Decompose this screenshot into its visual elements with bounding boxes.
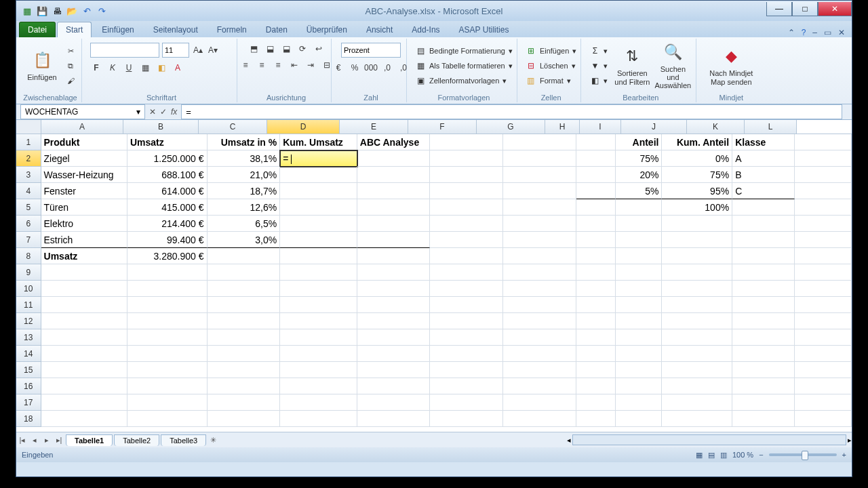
cell[interactable] (732, 232, 795, 248)
cell[interactable]: C (732, 183, 795, 199)
cell[interactable] (576, 346, 616, 362)
cell[interactable] (732, 216, 795, 232)
cell[interactable] (616, 313, 662, 329)
cell[interactable]: Türen (41, 199, 127, 216)
view-normal-icon[interactable]: ▦ (696, 451, 703, 460)
row-header[interactable]: 1 (16, 134, 41, 150)
active-cell[interactable]: = (280, 150, 357, 167)
new-sheet-icon[interactable]: ✳ (207, 436, 219, 445)
cell[interactable] (430, 297, 503, 313)
cell[interactable] (503, 297, 576, 313)
cell[interactable] (280, 167, 357, 183)
grow-font-icon[interactable]: A▴ (192, 44, 204, 56)
cell[interactable] (280, 232, 357, 248)
format-painter-icon[interactable]: 🖌 (64, 75, 77, 87)
cell[interactable] (503, 264, 576, 281)
cell[interactable] (127, 346, 208, 362)
find-select-button[interactable]: 🔍 Suchen und Auswählen (654, 42, 692, 89)
cell[interactable] (430, 150, 503, 167)
cell[interactable] (795, 167, 852, 183)
cell[interactable] (280, 248, 357, 264)
cell[interactable] (127, 329, 208, 346)
cell[interactable] (662, 281, 732, 297)
cell[interactable] (127, 281, 208, 297)
name-box[interactable]: WOCHENTAG▾ (20, 104, 145, 119)
sheet-tab-1[interactable]: Tabelle1 (66, 434, 113, 446)
cell[interactable] (795, 264, 852, 281)
align-middle-icon[interactable]: ⬓ (264, 43, 276, 55)
cell[interactable] (662, 411, 732, 427)
tab-formulas[interactable]: Formeln (208, 22, 256, 37)
cancel-formula-icon[interactable]: ✕ (149, 107, 156, 117)
cell[interactable] (430, 394, 503, 411)
cell[interactable] (357, 394, 431, 411)
cell[interactable] (576, 248, 616, 264)
cell[interactable]: ABC Analyse (357, 134, 431, 150)
sort-filter-button[interactable]: ⇅ Sortieren und Filtern (613, 42, 651, 89)
tab-start[interactable]: Start (57, 22, 92, 37)
cell[interactable]: 99.400 € (127, 232, 208, 248)
sheet-nav-first-icon[interactable]: |◂ (16, 436, 28, 445)
indent-dec-icon[interactable]: ⇤ (288, 59, 300, 71)
cell[interactable] (576, 264, 616, 281)
underline-button[interactable]: U (123, 62, 135, 74)
row-header[interactable]: 15 (16, 362, 41, 378)
cell[interactable] (280, 183, 357, 199)
cell[interactable] (503, 216, 576, 232)
cell[interactable] (576, 134, 616, 150)
sheet-nav-next-icon[interactable]: ▸ (41, 436, 53, 445)
cell[interactable] (208, 329, 281, 346)
copy-icon[interactable]: ⧉ (64, 60, 77, 72)
cell[interactable] (430, 264, 503, 281)
cell[interactable] (795, 232, 852, 248)
row-header[interactable]: 9 (16, 264, 41, 281)
cell[interactable] (430, 232, 503, 248)
cell[interactable] (208, 281, 281, 297)
font-name-combo[interactable] (90, 43, 159, 58)
cell[interactable]: A (732, 150, 795, 167)
cell[interactable] (795, 297, 852, 313)
cell[interactable] (357, 150, 431, 167)
cell[interactable] (127, 394, 208, 411)
insert-cells-button[interactable]: ⊞Einfügen▾ (526, 44, 576, 58)
cell[interactable] (616, 216, 662, 232)
cell[interactable] (357, 378, 431, 394)
cell[interactable] (795, 329, 852, 346)
cell[interactable] (430, 199, 503, 216)
cell[interactable]: 688.100 € (127, 167, 208, 183)
cell[interactable] (732, 248, 795, 264)
cell[interactable] (430, 281, 503, 297)
row-header[interactable]: 2 (16, 150, 41, 167)
align-top-icon[interactable]: ⬒ (248, 43, 260, 55)
cell[interactable] (280, 329, 357, 346)
cell[interactable] (732, 297, 795, 313)
cell[interactable] (208, 297, 281, 313)
cell[interactable] (576, 167, 616, 183)
zoom-in-icon[interactable]: + (842, 451, 846, 459)
cell[interactable]: 1.250.000 € (127, 150, 208, 167)
cell[interactable] (795, 216, 852, 232)
col-header-L[interactable]: L (745, 120, 797, 134)
cell[interactable] (616, 394, 662, 411)
fx-icon[interactable]: fx (171, 107, 177, 117)
cell[interactable] (662, 248, 732, 264)
cell[interactable]: 3.280.900 € (127, 248, 208, 264)
view-pagebreak-icon[interactable]: ▥ (720, 451, 727, 460)
formula-input[interactable]: = (181, 104, 842, 119)
cell[interactable] (280, 362, 357, 378)
window-close-icon[interactable]: ✕ (838, 28, 845, 37)
cell[interactable] (732, 313, 795, 329)
cell[interactable] (127, 297, 208, 313)
row-header[interactable]: 13 (16, 329, 41, 346)
cell[interactable] (280, 216, 357, 232)
row-header[interactable]: 17 (16, 394, 41, 411)
cell[interactable] (357, 346, 431, 362)
delete-cells-button[interactable]: ⊟Löschen▾ (526, 59, 576, 73)
cell[interactable]: 614.000 € (127, 183, 208, 199)
cell[interactable] (576, 199, 616, 216)
cell[interactable] (430, 167, 503, 183)
cell[interactable] (357, 216, 431, 232)
cell[interactable] (616, 346, 662, 362)
tab-view[interactable]: Ansicht (357, 22, 401, 37)
cell[interactable]: B (732, 167, 795, 183)
